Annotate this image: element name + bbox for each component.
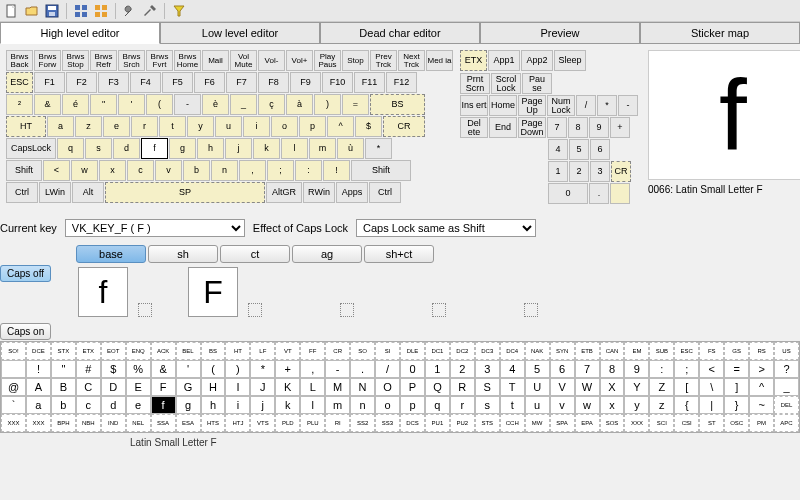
key-sleep[interactable]: Sleep (554, 50, 586, 71)
key-c[interactable]: c (127, 160, 154, 181)
key-t[interactable]: t (159, 116, 186, 137)
grid-char[interactable]: SS2 (350, 414, 375, 432)
grid-char[interactable]: ` (1, 396, 26, 414)
key-e[interactable]: e (103, 116, 130, 137)
key-apps[interactable]: Apps (336, 182, 368, 203)
key-f8[interactable]: F8 (258, 72, 289, 93)
key-f5[interactable]: F5 (162, 72, 193, 93)
key-shift[interactable]: Shift (6, 160, 42, 181)
grid-char[interactable]: SYN (550, 342, 575, 360)
grid-char[interactable]: W (575, 378, 600, 396)
char-edit-2[interactable] (340, 303, 354, 317)
key-h[interactable]: h (197, 138, 224, 159)
key-esc[interactable]: ESC (6, 72, 33, 93)
grid-char[interactable]: VT (275, 342, 300, 360)
key-d[interactable]: d (113, 138, 140, 159)
grid-char[interactable]: v (550, 396, 575, 414)
grid-char[interactable]: EOT (101, 342, 126, 360)
key--[interactable]: . (589, 183, 609, 204)
grid-char[interactable]: DC4 (500, 342, 525, 360)
grid-char[interactable]: p (400, 396, 425, 414)
grid-char[interactable]: SS3 (375, 414, 400, 432)
grid-char[interactable]: 3 (475, 360, 500, 378)
key-brws-back[interactable]: Brws Back (6, 50, 33, 71)
key-1[interactable]: 1 (548, 161, 568, 182)
key--[interactable]: _ (230, 94, 257, 115)
grid-char[interactable]: < (699, 360, 724, 378)
grid-char[interactable]: XXX (1, 414, 26, 432)
key-f[interactable]: f (141, 138, 168, 159)
grid-char[interactable]: EPA (575, 414, 600, 432)
grid-char[interactable]: X (600, 378, 625, 396)
modifier-sh[interactable]: sh (148, 245, 218, 263)
key-i[interactable]: i (243, 116, 270, 137)
char-box-base[interactable]: f (78, 267, 128, 317)
grid-char[interactable]: ESA (176, 414, 201, 432)
key-ins-ert[interactable]: Ins ert (460, 95, 488, 116)
grid-char[interactable]: K (275, 378, 300, 396)
grid-char[interactable]: VTS (250, 414, 275, 432)
key-brws-stop[interactable]: Brws Stop (62, 50, 89, 71)
grid-char[interactable]: SSA (151, 414, 176, 432)
key--[interactable]: , (239, 160, 266, 181)
grid-char[interactable]: R (450, 378, 475, 396)
grid-char[interactable]: NAK (525, 342, 550, 360)
grid-char[interactable]: s (475, 396, 500, 414)
key-f1[interactable]: F1 (34, 72, 65, 93)
grid-char[interactable]: ! (26, 360, 51, 378)
grid-char[interactable]: SOS (600, 414, 625, 432)
grid-char[interactable]: M (325, 378, 350, 396)
grid-char[interactable]: EM (624, 342, 649, 360)
key-end[interactable]: End (489, 117, 517, 138)
grid-char[interactable]: ETX (76, 342, 101, 360)
grid-char[interactable]: w (575, 396, 600, 414)
grid-char[interactable]: z (649, 396, 674, 414)
key--[interactable]: / (576, 95, 596, 116)
key-k[interactable]: k (253, 138, 280, 159)
key-app1[interactable]: App1 (488, 50, 520, 71)
grid-char[interactable]: F (151, 378, 176, 396)
key-6[interactable]: 6 (590, 139, 610, 160)
key-v[interactable]: v (155, 160, 182, 181)
grid-char[interactable]: XXX (26, 414, 51, 432)
grid-char[interactable]: , (300, 360, 325, 378)
key-5[interactable]: 5 (569, 139, 589, 160)
key--[interactable]: * (365, 138, 392, 159)
key-vol-mute[interactable]: Vol Mute (230, 50, 257, 71)
key-a[interactable]: a (47, 116, 74, 137)
hammer-icon[interactable] (142, 3, 158, 19)
key-etx[interactable]: ETX (460, 50, 487, 71)
grid-char[interactable]: $ (101, 360, 126, 378)
grid-char[interactable]: PLU (300, 414, 325, 432)
char-edit-1[interactable] (248, 303, 262, 317)
key-f6[interactable]: F6 (194, 72, 225, 93)
grid-char[interactable]: # (76, 360, 101, 378)
key-brws-srch[interactable]: Brws Srch (118, 50, 145, 71)
grid-char[interactable]: DC2 (450, 342, 475, 360)
key-f4[interactable]: F4 (130, 72, 161, 93)
grid-char[interactable]: MW (525, 414, 550, 432)
grid-char[interactable]: HTS (201, 414, 226, 432)
grid-char[interactable]: BEL (176, 342, 201, 360)
grid-char[interactable]: } (724, 396, 749, 414)
modifier-base[interactable]: base (76, 245, 146, 263)
grid-char[interactable]: DCE (26, 342, 51, 360)
grid-char[interactable]: ENQ (126, 342, 151, 360)
key--[interactable]: ( (146, 94, 173, 115)
grid-char[interactable]: i (225, 396, 250, 414)
key-lwin[interactable]: LWin (39, 182, 71, 203)
grid-char[interactable]: ^ (749, 378, 774, 396)
grid-char[interactable]: u (525, 396, 550, 414)
grid-char[interactable]: PU2 (450, 414, 475, 432)
grid-char[interactable]: a (26, 396, 51, 414)
grid-char[interactable]: CAN (600, 342, 625, 360)
grid-char[interactable]: f (151, 396, 176, 414)
key-scrol-lock[interactable]: Scrol Lock (491, 73, 521, 94)
grid-char[interactable]: j (250, 396, 275, 414)
grid-char[interactable]: c (76, 396, 101, 414)
tab-preview[interactable]: Preview (480, 22, 640, 43)
grid-char[interactable]: N (350, 378, 375, 396)
grid-char[interactable]: ~ (749, 396, 774, 414)
key--[interactable]: & (34, 94, 61, 115)
key-rwin[interactable]: RWin (303, 182, 335, 203)
